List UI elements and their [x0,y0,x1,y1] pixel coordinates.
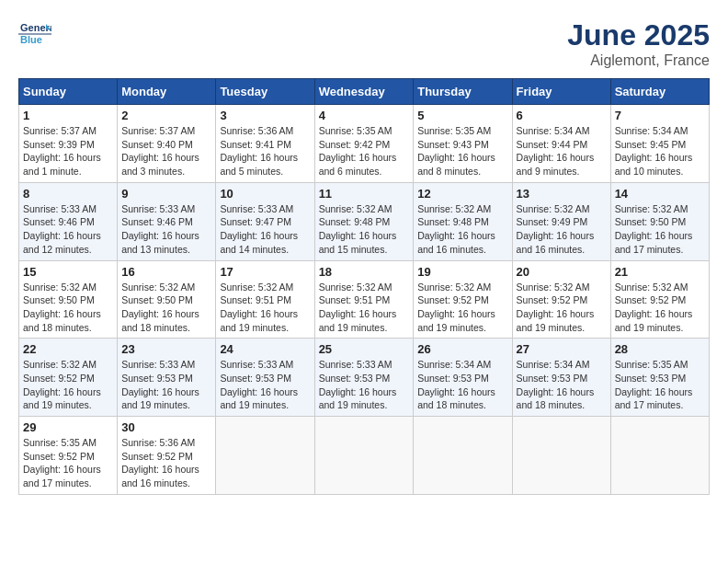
calendar-cell: 17Sunrise: 5:32 AMSunset: 9:51 PMDayligh… [216,260,314,339]
info-line: Sunset: 9:42 PM [319,139,391,150]
day-info: Sunrise: 5:34 AMSunset: 9:53 PMDaylight:… [417,358,507,412]
info-line: Sunset: 9:46 PM [121,216,193,227]
day-info: Sunrise: 5:32 AMSunset: 9:50 PMDaylight:… [615,202,705,257]
day-info: Sunrise: 5:35 AMSunset: 9:52 PMDaylight:… [23,436,113,490]
info-line: Sunset: 9:53 PM [220,373,291,384]
info-line: Daylight: 16 hours [121,152,199,163]
day-info: Sunrise: 5:33 AMSunset: 9:46 PMDaylight:… [121,202,211,257]
info-line: Sunset: 9:41 PM [220,139,291,150]
day-info: Sunrise: 5:35 AMSunset: 9:43 PMDaylight:… [417,124,507,178]
day-number: 9 [121,187,211,201]
info-line: Sunrise: 5:35 AM [23,437,97,448]
calendar-cell: 9Sunrise: 5:33 AMSunset: 9:46 PMDaylight… [118,182,216,260]
info-line: Sunset: 9:52 PM [23,451,95,462]
info-line: Sunset: 9:53 PM [615,373,687,384]
info-line: and 13 minutes. [121,244,190,255]
day-number: 8 [23,187,113,201]
calendar-header-row: Sunday Monday Tuesday Wednesday Thursday… [19,79,710,105]
info-line: Sunset: 9:52 PM [121,451,193,462]
day-info: Sunrise: 5:32 AMSunset: 9:50 PMDaylight:… [121,281,211,335]
calendar-cell: 29Sunrise: 5:35 AMSunset: 9:52 PMDayligh… [19,417,118,495]
info-line: Daylight: 16 hours [517,152,595,163]
info-line: and 1 minute. [23,166,82,177]
info-line: and 19 minutes. [220,399,289,410]
day-info: Sunrise: 5:34 AMSunset: 9:44 PMDaylight:… [517,124,607,178]
info-line: and 19 minutes. [417,322,486,333]
header-friday: Friday [512,79,610,105]
info-line: Sunrise: 5:36 AM [220,125,293,136]
info-line: Daylight: 16 hours [417,386,495,397]
info-line: and 19 minutes. [615,322,684,333]
day-info: Sunrise: 5:32 AMSunset: 9:48 PMDaylight:… [417,202,507,257]
day-number: 27 [517,342,607,356]
info-line: and 15 minutes. [319,244,388,255]
info-line: Sunrise: 5:34 AM [615,125,688,136]
info-line: Sunset: 9:40 PM [121,139,193,150]
day-info: Sunrise: 5:33 AMSunset: 9:53 PMDaylight:… [319,358,410,412]
day-number: 12 [417,187,507,201]
calendar-cell: 5Sunrise: 5:35 AMSunset: 9:43 PMDaylight… [414,105,512,183]
info-line: Sunrise: 5:33 AM [121,203,195,214]
day-info: Sunrise: 5:32 AMSunset: 9:48 PMDaylight:… [319,202,410,257]
info-line: Daylight: 16 hours [220,386,298,397]
day-info: Sunrise: 5:34 AMSunset: 9:53 PMDaylight:… [517,358,607,412]
calendar-cell: 24Sunrise: 5:33 AMSunset: 9:53 PMDayligh… [216,339,314,417]
info-line: and 6 minutes. [319,166,382,177]
calendar-cell: 10Sunrise: 5:33 AMSunset: 9:47 PMDayligh… [216,182,314,260]
header-tuesday: Tuesday [216,79,314,105]
info-line: and 19 minutes. [319,322,388,333]
info-line: Daylight: 16 hours [517,386,595,397]
info-line: and 18 minutes. [517,399,586,410]
info-line: and 19 minutes. [319,399,388,410]
calendar-cell: 3Sunrise: 5:36 AMSunset: 9:41 PMDaylight… [216,105,314,183]
info-line: Sunrise: 5:35 AM [615,359,688,370]
info-line: Sunrise: 5:35 AM [417,125,491,136]
info-line: Daylight: 16 hours [615,230,693,241]
info-line: Sunset: 9:45 PM [615,139,687,150]
info-line: Daylight: 16 hours [417,230,495,241]
info-line: and 14 minutes. [220,244,289,255]
info-line: Sunset: 9:48 PM [417,216,489,227]
day-number: 22 [23,342,113,356]
info-line: Sunrise: 5:32 AM [23,359,97,370]
info-line: Sunset: 9:53 PM [319,373,391,384]
info-line: Sunrise: 5:32 AM [220,282,293,293]
info-line: and 16 minutes. [517,244,586,255]
info-line: Daylight: 16 hours [319,152,397,163]
info-line: Sunrise: 5:35 AM [319,125,392,136]
info-line: Daylight: 16 hours [121,386,199,397]
info-line: Daylight: 16 hours [615,152,693,163]
calendar-cell: 8Sunrise: 5:33 AMSunset: 9:46 PMDaylight… [19,182,118,260]
info-line: Daylight: 16 hours [220,152,298,163]
day-info: Sunrise: 5:36 AMSunset: 9:41 PMDaylight:… [220,124,310,178]
info-line: Sunset: 9:51 PM [220,294,291,305]
day-number: 26 [417,342,507,356]
info-line: Sunrise: 5:32 AM [23,282,97,293]
logo: General Blue [18,18,51,52]
info-line: and 19 minutes. [220,322,289,333]
calendar-cell: 27Sunrise: 5:34 AMSunset: 9:53 PMDayligh… [512,339,610,417]
day-info: Sunrise: 5:32 AMSunset: 9:52 PMDaylight:… [417,281,507,335]
info-line: Sunset: 9:39 PM [23,139,95,150]
calendar-cell: 19Sunrise: 5:32 AMSunset: 9:52 PMDayligh… [414,260,512,339]
calendar-cell [216,417,314,495]
calendar-cell: 7Sunrise: 5:34 AMSunset: 9:45 PMDaylight… [610,105,709,183]
calendar-cell: 22Sunrise: 5:32 AMSunset: 9:52 PMDayligh… [19,339,118,417]
info-line: Daylight: 16 hours [417,308,495,319]
day-info: Sunrise: 5:37 AMSunset: 9:39 PMDaylight:… [23,124,113,178]
info-line: and 17 minutes. [615,399,684,410]
day-info: Sunrise: 5:32 AMSunset: 9:51 PMDaylight:… [319,281,410,335]
day-number: 1 [23,109,113,122]
header-sunday: Sunday [19,79,118,105]
calendar-cell: 28Sunrise: 5:35 AMSunset: 9:53 PMDayligh… [610,339,709,417]
info-line: Sunset: 9:44 PM [517,139,588,150]
logo-svg: General Blue [18,18,51,52]
day-info: Sunrise: 5:35 AMSunset: 9:42 PMDaylight:… [319,124,410,178]
day-info: Sunrise: 5:32 AMSunset: 9:49 PMDaylight:… [517,202,607,257]
day-number: 6 [517,109,607,122]
page-header: General Blue June 2025 Aiglemont, France [18,18,710,69]
info-line: Sunset: 9:51 PM [319,294,391,305]
info-line: Sunrise: 5:37 AM [121,125,195,136]
info-line: Daylight: 16 hours [121,230,199,241]
day-number: 11 [319,187,410,201]
